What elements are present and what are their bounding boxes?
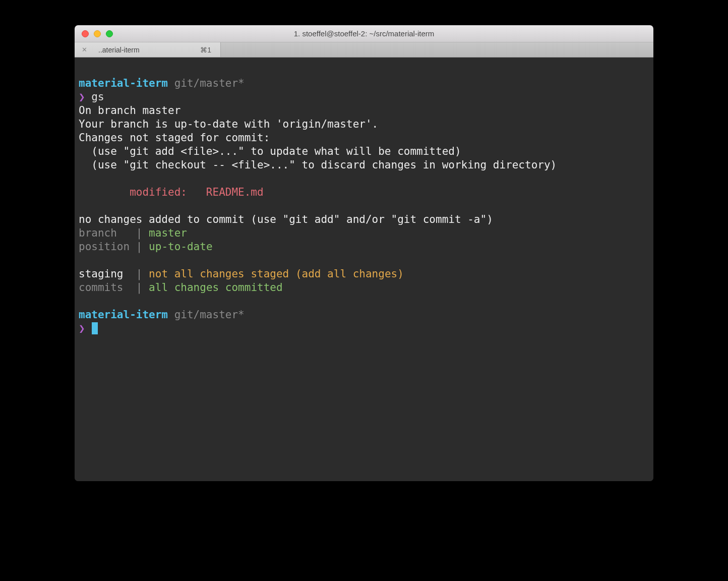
pipe-separator: | [130, 268, 149, 280]
close-window-button[interactable] [82, 30, 89, 37]
prompt-directory: material-iterm [79, 77, 168, 89]
output-line: (use "git add <file>..." to update what … [79, 145, 461, 157]
minimize-window-button[interactable] [94, 30, 101, 37]
status-value-commits: all changes committed [149, 281, 283, 294]
pipe-separator: | [130, 241, 149, 253]
output-line: Changes not staged for commit: [79, 132, 270, 144]
terminal-window: 1. stoeffel@stoeffel-2: ~/src/material-i… [75, 25, 653, 481]
output-line: no changes added to commit (use "git add… [79, 213, 493, 225]
terminal-tab[interactable]: ✕ ..aterial-iterm ⌘1 [75, 42, 221, 57]
status-value-branch: master [149, 227, 187, 239]
prompt-git-branch: git/master* [168, 309, 245, 321]
window-title: 1. stoeffel@stoeffel-2: ~/src/material-i… [75, 29, 653, 38]
terminal-content[interactable]: material-iterm git/master* ❯ gs On branc… [75, 57, 653, 481]
output-line: Your branch is up-to-date with 'origin/m… [79, 118, 378, 130]
status-label-commits: commits [79, 281, 130, 294]
status-value-staging: not all changes staged (add all changes) [149, 268, 404, 280]
prompt-symbol: ❯ [79, 91, 85, 103]
close-tab-icon[interactable]: ✕ [82, 46, 87, 53]
status-value-position: up-to-date [149, 241, 212, 253]
tab-bar: ✕ ..aterial-iterm ⌘1 [75, 42, 653, 57]
status-label-branch: branch [79, 227, 130, 239]
traffic-lights [75, 30, 113, 37]
prompt-symbol: ❯ [79, 322, 85, 334]
status-label-staging: staging [79, 268, 130, 280]
cursor-icon [92, 322, 98, 334]
modified-file-line: modified: README.md [79, 186, 264, 198]
pipe-separator: | [130, 227, 149, 239]
maximize-window-button[interactable] [106, 30, 113, 37]
status-label-position: position [79, 241, 130, 253]
titlebar: 1. stoeffel@stoeffel-2: ~/src/material-i… [75, 25, 653, 42]
prompt-git-branch: git/master* [168, 77, 245, 89]
tab-shortcut: ⌘1 [200, 46, 211, 54]
command-input: gs [85, 91, 104, 103]
pipe-separator: | [130, 281, 149, 294]
output-line: On branch master [79, 104, 180, 117]
tab-label: ..aterial-iterm [98, 46, 140, 54]
prompt-directory: material-iterm [79, 309, 168, 321]
output-line: (use "git checkout -- <file>..." to disc… [79, 159, 557, 171]
